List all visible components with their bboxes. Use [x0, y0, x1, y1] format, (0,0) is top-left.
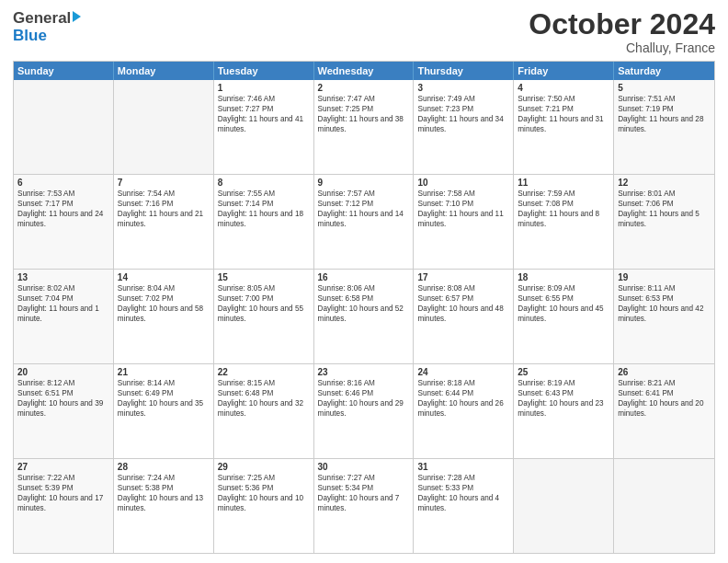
day-info: Sunrise: 7:24 AMSunset: 5:38 PMDaylight:… [118, 473, 210, 513]
day-number: 19 [618, 272, 711, 282]
calendar-cell: 26Sunrise: 8:21 AMSunset: 6:41 PMDayligh… [614, 364, 714, 458]
day-number: 13 [17, 272, 109, 282]
calendar-cell [614, 459, 714, 553]
header: General Blue October 2024 Challuy, Franc… [13, 9, 715, 55]
day-info: Sunrise: 7:25 AMSunset: 5:36 PMDaylight:… [218, 473, 310, 513]
calendar-cell [14, 80, 114, 174]
day-info: Sunrise: 8:14 AMSunset: 6:49 PMDaylight:… [118, 378, 210, 419]
header-day-thursday: Thursday [414, 62, 514, 80]
day-info: Sunrise: 7:49 AMSunset: 7:23 PMDaylight:… [417, 94, 509, 134]
day-number: 26 [618, 367, 711, 377]
calendar-cell: 30Sunrise: 7:27 AMSunset: 5:34 PMDayligh… [314, 459, 415, 553]
logo-triangle-icon [73, 11, 81, 22]
day-info: Sunrise: 7:51 AMSunset: 7:19 PMDaylight:… [618, 94, 711, 134]
calendar-header: SundayMondayTuesdayWednesdayThursdayFrid… [14, 62, 714, 80]
day-number: 23 [318, 367, 410, 377]
calendar-cell: 31Sunrise: 7:28 AMSunset: 5:33 PMDayligh… [414, 459, 514, 553]
day-info: Sunrise: 8:18 AMSunset: 6:44 PMDaylight:… [417, 378, 509, 419]
calendar-cell: 13Sunrise: 8:02 AMSunset: 7:04 PMDayligh… [14, 270, 114, 363]
day-number: 21 [118, 367, 210, 377]
day-info: Sunrise: 8:19 AMSunset: 6:43 PMDaylight:… [518, 378, 609, 419]
calendar-cell: 16Sunrise: 8:06 AMSunset: 6:58 PMDayligh… [314, 270, 415, 363]
day-number: 16 [318, 272, 410, 282]
day-number: 1 [218, 83, 310, 93]
day-info: Sunrise: 8:21 AMSunset: 6:41 PMDaylight:… [618, 378, 711, 419]
page: General Blue October 2024 Challuy, Franc… [0, 0, 728, 563]
day-number: 10 [417, 178, 509, 188]
day-info: Sunrise: 7:47 AMSunset: 7:25 PMDaylight:… [318, 94, 410, 134]
day-info: Sunrise: 7:55 AMSunset: 7:14 PMDaylight:… [218, 189, 310, 229]
day-info: Sunrise: 8:12 AMSunset: 6:51 PMDaylight:… [17, 378, 109, 419]
calendar-cell: 1Sunrise: 7:46 AMSunset: 7:27 PMDaylight… [214, 80, 314, 174]
calendar-cell: 14Sunrise: 8:04 AMSunset: 7:02 PMDayligh… [114, 270, 214, 363]
header-day-friday: Friday [514, 62, 614, 80]
calendar-row-1: 1Sunrise: 7:46 AMSunset: 7:27 PMDaylight… [14, 80, 714, 175]
calendar-cell: 9Sunrise: 7:57 AMSunset: 7:12 PMDaylight… [314, 175, 415, 269]
day-number: 17 [417, 272, 509, 282]
calendar-cell: 22Sunrise: 8:15 AMSunset: 6:48 PMDayligh… [214, 364, 314, 458]
day-number: 6 [17, 178, 109, 188]
calendar-row-2: 6Sunrise: 7:53 AMSunset: 7:17 PMDaylight… [14, 175, 714, 270]
calendar-row-3: 13Sunrise: 8:02 AMSunset: 7:04 PMDayligh… [14, 270, 714, 364]
day-info: Sunrise: 8:09 AMSunset: 6:55 PMDaylight:… [518, 283, 609, 324]
calendar-cell: 4Sunrise: 7:50 AMSunset: 7:21 PMDaylight… [514, 80, 614, 174]
day-number: 24 [417, 367, 509, 377]
calendar-cell [114, 80, 214, 174]
calendar-cell: 25Sunrise: 8:19 AMSunset: 6:43 PMDayligh… [514, 364, 614, 458]
day-info: Sunrise: 8:06 AMSunset: 6:58 PMDaylight:… [318, 283, 410, 324]
day-info: Sunrise: 7:57 AMSunset: 7:12 PMDaylight:… [318, 189, 410, 229]
logo-general: General [13, 9, 71, 28]
day-number: 9 [318, 178, 410, 188]
title-area: October 2024 Challuy, France [529, 9, 715, 55]
day-number: 12 [618, 178, 711, 188]
day-info: Sunrise: 7:28 AMSunset: 5:33 PMDaylight:… [417, 473, 509, 513]
calendar-cell: 28Sunrise: 7:24 AMSunset: 5:38 PMDayligh… [114, 459, 214, 553]
day-number: 8 [218, 178, 310, 188]
logo-line1: General [13, 9, 81, 28]
day-info: Sunrise: 8:02 AMSunset: 7:04 PMDaylight:… [17, 283, 109, 324]
day-number: 11 [518, 178, 609, 188]
calendar-cell [514, 459, 614, 553]
day-info: Sunrise: 7:53 AMSunset: 7:17 PMDaylight:… [17, 189, 109, 229]
calendar-cell: 5Sunrise: 7:51 AMSunset: 7:19 PMDaylight… [614, 80, 714, 174]
calendar-cell: 10Sunrise: 7:58 AMSunset: 7:10 PMDayligh… [414, 175, 514, 269]
day-info: Sunrise: 8:01 AMSunset: 7:06 PMDaylight:… [618, 189, 711, 229]
calendar-cell: 23Sunrise: 8:16 AMSunset: 6:46 PMDayligh… [314, 364, 415, 458]
day-info: Sunrise: 7:46 AMSunset: 7:27 PMDaylight:… [218, 94, 310, 134]
calendar-cell: 8Sunrise: 7:55 AMSunset: 7:14 PMDaylight… [214, 175, 314, 269]
calendar-cell: 24Sunrise: 8:18 AMSunset: 6:44 PMDayligh… [414, 364, 514, 458]
day-number: 31 [417, 462, 509, 472]
calendar-cell: 2Sunrise: 7:47 AMSunset: 7:25 PMDaylight… [314, 80, 415, 174]
calendar-cell: 20Sunrise: 8:12 AMSunset: 6:51 PMDayligh… [14, 364, 114, 458]
day-number: 25 [518, 367, 609, 377]
logo: General Blue [13, 9, 81, 45]
day-info: Sunrise: 7:58 AMSunset: 7:10 PMDaylight:… [417, 189, 509, 229]
day-number: 29 [218, 462, 310, 472]
calendar-cell: 7Sunrise: 7:54 AMSunset: 7:16 PMDaylight… [114, 175, 214, 269]
day-number: 15 [218, 272, 310, 282]
day-info: Sunrise: 7:50 AMSunset: 7:21 PMDaylight:… [518, 94, 609, 134]
location: Challuy, France [529, 40, 715, 55]
header-day-tuesday: Tuesday [214, 62, 314, 80]
day-info: Sunrise: 8:04 AMSunset: 7:02 PMDaylight:… [118, 283, 210, 324]
day-number: 18 [518, 272, 609, 282]
day-number: 30 [318, 462, 410, 472]
header-day-sunday: Sunday [14, 62, 114, 80]
calendar-body: 1Sunrise: 7:46 AMSunset: 7:27 PMDaylight… [14, 80, 714, 553]
calendar-cell: 6Sunrise: 7:53 AMSunset: 7:17 PMDaylight… [14, 175, 114, 269]
calendar-cell: 29Sunrise: 7:25 AMSunset: 5:36 PMDayligh… [214, 459, 314, 553]
day-number: 22 [218, 367, 310, 377]
header-day-monday: Monday [114, 62, 214, 80]
calendar-cell: 21Sunrise: 8:14 AMSunset: 6:49 PMDayligh… [114, 364, 214, 458]
day-info: Sunrise: 7:22 AMSunset: 5:39 PMDaylight:… [17, 473, 109, 513]
calendar-cell: 11Sunrise: 7:59 AMSunset: 7:08 PMDayligh… [514, 175, 614, 269]
calendar-cell: 17Sunrise: 8:08 AMSunset: 6:57 PMDayligh… [414, 270, 514, 363]
calendar-cell: 18Sunrise: 8:09 AMSunset: 6:55 PMDayligh… [514, 270, 614, 363]
day-number: 2 [318, 83, 410, 93]
calendar-row-5: 27Sunrise: 7:22 AMSunset: 5:39 PMDayligh… [14, 459, 714, 553]
calendar-cell: 3Sunrise: 7:49 AMSunset: 7:23 PMDaylight… [414, 80, 514, 174]
calendar-cell: 12Sunrise: 8:01 AMSunset: 7:06 PMDayligh… [614, 175, 714, 269]
day-info: Sunrise: 7:54 AMSunset: 7:16 PMDaylight:… [118, 189, 210, 229]
day-number: 4 [518, 83, 609, 93]
day-info: Sunrise: 8:11 AMSunset: 6:53 PMDaylight:… [618, 283, 711, 324]
